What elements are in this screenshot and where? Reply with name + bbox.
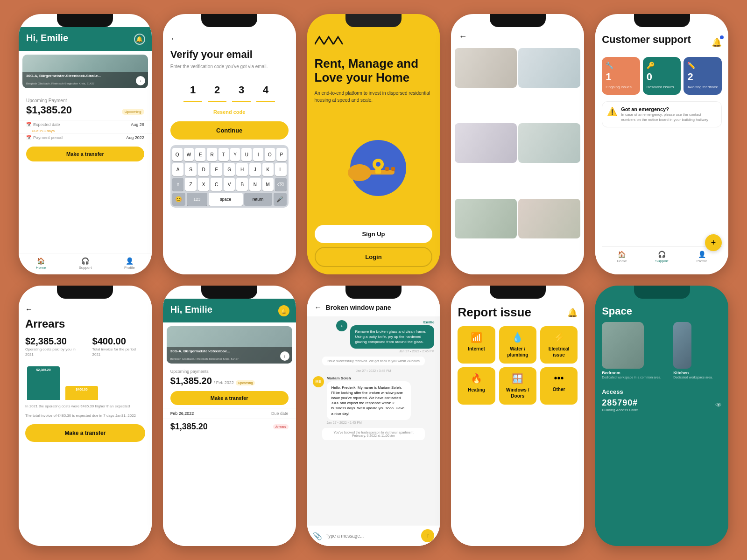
download-btn-2[interactable]: ↓ xyxy=(280,351,289,361)
key-shift[interactable]: ⇧ xyxy=(172,178,184,191)
key-k[interactable]: K xyxy=(262,163,274,176)
attach-icon[interactable]: 📎 xyxy=(313,532,322,540)
download-btn[interactable]: ↓ xyxy=(136,76,145,85)
property-img-5 xyxy=(455,199,517,238)
issue-internet[interactable]: 📶 Internet xyxy=(458,326,495,364)
key-b[interactable]: B xyxy=(236,178,248,191)
svg-rect-3 xyxy=(385,167,389,171)
fab-button[interactable]: + xyxy=(705,234,722,251)
agent-bubble: Hello, Frederik! My name is Mariam Soleh… xyxy=(327,381,411,420)
nav-home[interactable]: 🏠 Home xyxy=(19,257,63,270)
transfer-button[interactable]: Make a transfer xyxy=(26,147,144,161)
key-q[interactable]: Q xyxy=(172,148,183,161)
resolved-issues-card: 🔑 0 Resolved Issues xyxy=(643,57,681,94)
issue-windows-doors[interactable]: 🪟 Windows / Doors xyxy=(499,367,536,405)
back-button[interactable]: ← xyxy=(170,35,289,43)
nav-profile[interactable]: 👤 Profile xyxy=(107,257,152,270)
key-r[interactable]: R xyxy=(207,148,217,161)
key-o[interactable]: O xyxy=(265,148,275,161)
greeting: Hi, Emilie xyxy=(26,33,144,43)
back-button[interactable]: ← xyxy=(458,32,467,42)
code-digit-3[interactable] xyxy=(232,79,251,102)
chat-input[interactable] xyxy=(326,533,418,539)
key-l[interactable]: L xyxy=(275,163,287,176)
nav-home[interactable]: 🏠 Home xyxy=(602,251,642,263)
issue-electrical[interactable]: ⚡ Electrical issue xyxy=(540,326,578,364)
bedroom-sub: Dedicated workspace in a common area. xyxy=(602,376,671,379)
code-digit-2[interactable] xyxy=(208,79,226,102)
back-button[interactable]: ← xyxy=(315,303,322,312)
bottom-nav: 🏠 Home 🎧 Support 👤 Profile xyxy=(602,246,722,268)
arrears-footer: The total invoice of €485.30 is expected… xyxy=(25,413,145,419)
continue-button[interactable]: Continue xyxy=(170,121,289,140)
key-space[interactable]: space xyxy=(209,193,243,206)
send-button[interactable]: ↑ xyxy=(421,529,434,542)
key-w[interactable]: W xyxy=(184,148,194,161)
issue-heating[interactable]: 🔥 Heating xyxy=(458,367,495,405)
due-label: Due date xyxy=(271,411,289,416)
logo xyxy=(315,35,433,49)
space-title: Space xyxy=(602,305,722,317)
apt-address: Bergisch Gladbach, Rheinisch-Bergischer … xyxy=(26,82,94,85)
transfer-button[interactable]: Make a transfer xyxy=(25,424,145,442)
key-j[interactable]: J xyxy=(249,163,261,176)
issue-water-plumbing[interactable]: 💧 Water / plumbing xyxy=(499,326,536,364)
key-d[interactable]: D xyxy=(198,163,210,176)
phone-property: ← xyxy=(451,14,584,274)
login-button[interactable]: Login xyxy=(315,247,433,267)
issue-other[interactable]: ••• Other xyxy=(540,367,578,405)
window-icon: 🪟 xyxy=(512,373,523,384)
key-c[interactable]: C xyxy=(211,178,222,191)
code-digit-4[interactable] xyxy=(256,79,275,102)
key-delete[interactable]: ⌫ xyxy=(275,178,287,191)
apt-name: 30G-A, Bürgermeister-Steenbock-Straße... xyxy=(26,74,144,78)
user-bubble: Remove the broken glass and clean frame.… xyxy=(350,325,434,349)
key-return[interactable]: return xyxy=(244,193,272,206)
nav-profile[interactable]: 👤 Profile xyxy=(682,251,722,263)
back-button[interactable]: ← xyxy=(25,305,33,314)
access-code: 285790# xyxy=(602,398,638,408)
key-s[interactable]: S xyxy=(185,163,197,176)
code-digit-1[interactable] xyxy=(183,79,202,102)
nav-support[interactable]: 🎧 Support xyxy=(63,257,107,270)
apt-address-2: Bergisch Gladbach, Rheinisch-Bergischer … xyxy=(170,357,239,360)
key-v[interactable]: V xyxy=(224,178,235,191)
expected-date-value: Aug 26 xyxy=(131,122,144,127)
key-t[interactable]: T xyxy=(218,148,229,161)
key-a[interactable]: A xyxy=(172,163,184,176)
resend-link[interactable]: Resend code xyxy=(170,109,289,115)
key-123[interactable]: 123 xyxy=(187,193,207,206)
notch xyxy=(490,14,546,27)
arrears-badge: Arrears xyxy=(273,424,289,429)
bell-icon[interactable]: 🔔 xyxy=(278,305,289,316)
support-icon: 🎧 xyxy=(81,257,89,265)
keyboard: Q W E R T Y U I O P A S D F G H xyxy=(170,145,289,208)
key-f[interactable]: F xyxy=(211,163,222,176)
key-mic[interactable]: 🎤 xyxy=(274,193,287,206)
notch xyxy=(57,14,113,27)
apt-image: 30G-A, Bürgermeister-Steenbock-Straße...… xyxy=(22,55,148,88)
key-g[interactable]: G xyxy=(224,163,235,176)
key-x[interactable]: X xyxy=(198,178,210,191)
transfer-button-2[interactable]: Make a transfer xyxy=(170,391,289,405)
key-y[interactable]: Y xyxy=(230,148,240,161)
key-p[interactable]: P xyxy=(276,148,287,161)
signup-button[interactable]: Sign Up xyxy=(315,225,433,243)
home-icon: 🏠 xyxy=(618,251,626,258)
internet-label: Internet xyxy=(468,346,485,352)
nav-support[interactable]: 🎧 Support xyxy=(642,251,682,263)
key-m[interactable]: M xyxy=(262,178,274,191)
notch xyxy=(345,286,402,299)
bell-icon[interactable]: 🔔 xyxy=(134,34,145,45)
key-e[interactable]: E xyxy=(195,148,205,161)
eye-icon[interactable]: 👁 xyxy=(715,401,722,409)
bell-icon[interactable]: 🔔 xyxy=(567,308,578,318)
key-h[interactable]: H xyxy=(236,163,248,176)
key-z[interactable]: Z xyxy=(185,178,197,191)
support-bell[interactable]: 🔔 xyxy=(712,37,722,48)
key-n[interactable]: N xyxy=(249,178,261,191)
key-u[interactable]: U xyxy=(241,148,252,161)
key-i[interactable]: I xyxy=(253,148,263,161)
emergency-box: ⚠️ Got an emergency? In case of an emerg… xyxy=(602,101,722,127)
key-emoji[interactable]: 😊 xyxy=(172,193,185,206)
